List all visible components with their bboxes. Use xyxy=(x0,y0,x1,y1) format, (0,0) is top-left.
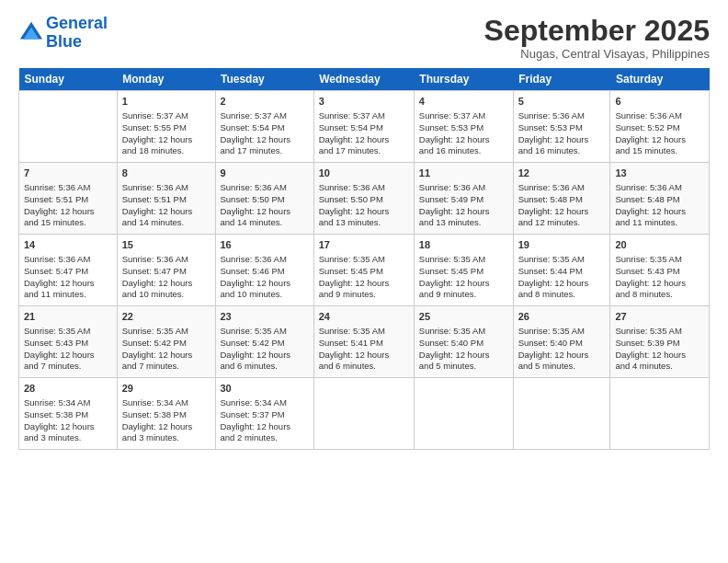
day-info: Sunset: 5:45 PM xyxy=(319,266,409,278)
day-info: and 17 minutes. xyxy=(221,145,309,157)
calendar-cell: 25Sunrise: 5:35 AMSunset: 5:40 PMDayligh… xyxy=(414,306,513,378)
day-info: and 10 minutes. xyxy=(122,289,210,301)
day-number: 9 xyxy=(221,167,309,180)
day-info: Daylight: 12 hours xyxy=(24,421,112,433)
calendar-cell: 1Sunrise: 5:37 AMSunset: 5:55 PMDaylight… xyxy=(117,91,215,163)
day-info: Daylight: 12 hours xyxy=(319,350,409,362)
day-info: Sunset: 5:38 PM xyxy=(24,409,112,421)
calendar-cell: 5Sunrise: 5:36 AMSunset: 5:53 PMDaylight… xyxy=(513,91,610,163)
calendar-week-row: 7Sunrise: 5:36 AMSunset: 5:51 PMDaylight… xyxy=(19,163,710,235)
day-info: and 12 minutes. xyxy=(518,217,606,229)
day-info: Sunset: 5:45 PM xyxy=(419,266,508,278)
day-number: 10 xyxy=(319,167,409,180)
day-info: Sunrise: 5:35 AM xyxy=(319,254,409,266)
title-block: September 2025 Nugas, Central Visayas, P… xyxy=(484,15,710,61)
day-info: Daylight: 12 hours xyxy=(319,278,409,290)
day-info: Sunset: 5:50 PM xyxy=(221,194,309,206)
day-info: Daylight: 12 hours xyxy=(518,206,606,218)
weekday-header: Saturday xyxy=(610,68,710,91)
day-info: Daylight: 12 hours xyxy=(615,350,704,362)
day-info: Sunset: 5:42 PM xyxy=(221,338,309,350)
day-info: Sunrise: 5:34 AM xyxy=(221,397,309,409)
calendar-cell: 23Sunrise: 5:35 AMSunset: 5:42 PMDayligh… xyxy=(215,306,313,378)
day-info: Sunset: 5:53 PM xyxy=(419,122,508,134)
day-info: and 16 minutes. xyxy=(518,145,606,157)
day-number: 5 xyxy=(518,95,606,109)
calendar-cell: 13Sunrise: 5:36 AMSunset: 5:48 PMDayligh… xyxy=(610,163,710,235)
day-info: and 11 minutes. xyxy=(24,289,112,301)
day-info: Daylight: 12 hours xyxy=(615,206,704,218)
day-info: and 14 minutes. xyxy=(221,217,309,229)
calendar-cell: 19Sunrise: 5:35 AMSunset: 5:44 PMDayligh… xyxy=(513,235,610,306)
day-info: Daylight: 12 hours xyxy=(419,278,508,290)
day-info: Daylight: 12 hours xyxy=(221,421,309,433)
day-info: Daylight: 12 hours xyxy=(122,350,210,362)
day-info: Sunset: 5:43 PM xyxy=(615,266,704,278)
day-info: Sunset: 5:40 PM xyxy=(518,338,606,350)
day-info: Daylight: 12 hours xyxy=(419,350,508,362)
day-info: Sunset: 5:43 PM xyxy=(24,338,112,350)
day-info: and 13 minutes. xyxy=(319,217,409,229)
weekday-header: Wednesday xyxy=(313,68,414,91)
day-info: Sunset: 5:38 PM xyxy=(122,409,210,421)
day-info: and 9 minutes. xyxy=(419,289,508,301)
day-info: Sunrise: 5:36 AM xyxy=(221,254,309,266)
month-title: September 2025 xyxy=(484,15,710,47)
calendar-cell: 18Sunrise: 5:35 AMSunset: 5:45 PMDayligh… xyxy=(414,235,513,306)
calendar-cell: 8Sunrise: 5:36 AMSunset: 5:51 PMDaylight… xyxy=(117,163,215,235)
day-info: and 7 minutes. xyxy=(24,361,112,373)
day-info: Daylight: 12 hours xyxy=(615,278,704,290)
day-info: and 7 minutes. xyxy=(122,361,210,373)
calendar-cell: 20Sunrise: 5:35 AMSunset: 5:43 PMDayligh… xyxy=(610,235,710,306)
day-info: Sunset: 5:41 PM xyxy=(319,338,409,350)
day-number: 19 xyxy=(518,238,606,252)
day-info: Daylight: 12 hours xyxy=(518,350,606,362)
calendar-cell: 3Sunrise: 5:37 AMSunset: 5:54 PMDaylight… xyxy=(313,91,414,163)
day-info: Daylight: 12 hours xyxy=(122,134,210,146)
day-number: 17 xyxy=(319,238,409,252)
day-info: Sunset: 5:47 PM xyxy=(122,266,210,278)
day-info: and 13 minutes. xyxy=(419,217,508,229)
calendar-week-row: 1Sunrise: 5:37 AMSunset: 5:55 PMDaylight… xyxy=(19,91,710,163)
day-number: 11 xyxy=(419,167,508,180)
day-info: Sunrise: 5:34 AM xyxy=(122,397,210,409)
calendar-cell: 29Sunrise: 5:34 AMSunset: 5:38 PMDayligh… xyxy=(117,378,215,450)
day-number: 3 xyxy=(319,95,409,109)
day-info: Sunrise: 5:36 AM xyxy=(615,182,704,194)
calendar-cell xyxy=(610,378,710,450)
day-number: 22 xyxy=(122,310,210,324)
day-info: Sunrise: 5:36 AM xyxy=(122,182,210,194)
day-info: Sunrise: 5:34 AM xyxy=(24,397,112,409)
day-number: 12 xyxy=(518,167,606,180)
calendar-cell: 6Sunrise: 5:36 AMSunset: 5:52 PMDaylight… xyxy=(610,91,710,163)
day-number: 2 xyxy=(221,95,309,109)
day-number: 18 xyxy=(419,238,508,252)
day-info: Daylight: 12 hours xyxy=(24,278,112,290)
day-info: Sunset: 5:55 PM xyxy=(122,122,210,134)
location: Nugas, Central Visayas, Philippines xyxy=(484,47,710,61)
day-info: Sunrise: 5:35 AM xyxy=(24,326,112,338)
day-info: Sunset: 5:54 PM xyxy=(319,122,409,134)
day-info: Daylight: 12 hours xyxy=(221,134,309,146)
day-info: Sunrise: 5:35 AM xyxy=(319,326,409,338)
day-info: Sunrise: 5:36 AM xyxy=(615,110,704,122)
day-info: Sunset: 5:51 PM xyxy=(24,194,112,206)
day-info: Daylight: 12 hours xyxy=(122,206,210,218)
day-info: and 9 minutes. xyxy=(319,289,409,301)
calendar-cell: 14Sunrise: 5:36 AMSunset: 5:47 PMDayligh… xyxy=(19,235,118,306)
weekday-header: Monday xyxy=(117,68,215,91)
day-info: Sunset: 5:40 PM xyxy=(419,338,508,350)
day-info: and 8 minutes. xyxy=(615,289,704,301)
day-info: Daylight: 12 hours xyxy=(518,134,606,146)
day-info: Sunset: 5:54 PM xyxy=(221,122,309,134)
day-info: Sunrise: 5:35 AM xyxy=(419,254,508,266)
page: General Blue September 2025 Nugas, Centr… xyxy=(0,0,728,563)
day-info: Sunrise: 5:35 AM xyxy=(221,326,309,338)
weekday-header: Friday xyxy=(513,68,610,91)
day-info: Sunrise: 5:35 AM xyxy=(419,326,508,338)
day-info: Sunrise: 5:36 AM xyxy=(221,182,309,194)
calendar-cell: 17Sunrise: 5:35 AMSunset: 5:45 PMDayligh… xyxy=(313,235,414,306)
logo-text: General Blue xyxy=(46,15,108,52)
calendar-cell: 16Sunrise: 5:36 AMSunset: 5:46 PMDayligh… xyxy=(215,235,313,306)
day-number: 7 xyxy=(24,167,112,180)
